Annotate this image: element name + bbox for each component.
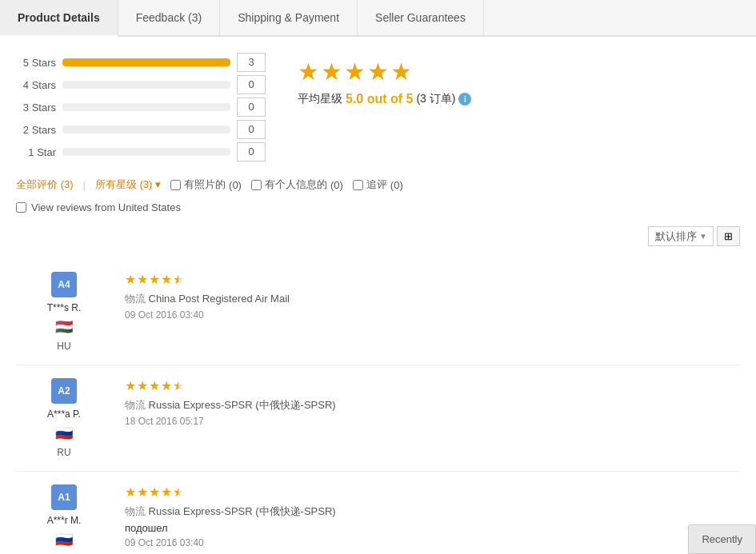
avatar: A2 (51, 378, 77, 404)
bar-container (62, 103, 230, 111)
star-icon: ★ (161, 484, 172, 500)
shipping-info: 物流 Russia Express-SPSR (中俄快递-SPSR) (125, 504, 740, 519)
view-from-us-label: View reviews from United States (31, 201, 181, 213)
filter-all[interactable]: 全部评价 (3) (16, 177, 74, 192)
review-stars: ★★★★ ★ ★ (125, 272, 740, 287)
bar-fill (62, 58, 230, 66)
shipping-label: 物流 (125, 505, 146, 517)
half-star-icon: ★ ★ (173, 378, 184, 393)
filter-personal-checkbox[interactable] (251, 180, 262, 190)
reviewer-info: A4 T***s R. 🇭🇺 HU (16, 272, 112, 352)
stars-summary: ★ ★ ★ ★ ★ 平均星级 5.0 out of 5 (3 订单) i (298, 53, 471, 106)
tab-product-details[interactable]: Product Details (0, 0, 118, 37)
rating-label: 4 Stars (16, 79, 56, 91)
star-icon: ★ (161, 378, 172, 393)
filter-followup[interactable]: 追评(0) (353, 177, 403, 192)
view-from-us-checkbox[interactable] (16, 202, 26, 213)
tab-feedback[interactable]: Feedback (3) (118, 0, 220, 35)
rating-label: 5 Stars (16, 57, 56, 69)
rating-label: 3 Stars (16, 102, 56, 114)
avatar: A1 (51, 484, 77, 510)
filter-star[interactable]: 所有星级 (3) ▾ (95, 177, 161, 192)
filter-photo-checkbox[interactable] (170, 180, 181, 190)
bar-container (62, 81, 230, 89)
star-icon: ★ (125, 272, 136, 287)
reviewer-name: T***s R. (47, 302, 82, 313)
shipping-label: 物流 (125, 293, 146, 305)
avg-suffix: (3 订单) (416, 92, 455, 106)
avg-line: 平均星级 5.0 out of 5 (3 订单) i (298, 92, 471, 106)
sort-select[interactable]: 默认排序 (648, 226, 714, 246)
review-stars: ★★★★ ★ ★ (125, 484, 740, 500)
big-stars: ★ ★ ★ ★ ★ (298, 58, 471, 86)
country-flag: 🇷🇺 (55, 531, 73, 548)
shipping-info: 物流 Russia Express-SPSR (中俄快递-SPSR) (125, 398, 740, 413)
rating-row: 5 Stars 3 (16, 53, 266, 72)
star-icon: ★ (137, 272, 148, 287)
review-item: A1 A***r M. 🇷🇺 RU ★★★★ ★ ★ 物流 Russia Exp… (16, 472, 740, 554)
star-icon: ★ (125, 484, 136, 500)
half-star-icon: ★ ★ (173, 272, 184, 287)
shipping-label: 物流 (125, 399, 146, 411)
star-icon: ★ (137, 378, 148, 393)
review-date: 18 Oct 2016 05:17 (125, 416, 740, 427)
half-star-icon: ★ ★ (173, 484, 184, 500)
review-body: ★★★★ ★ ★ 物流 China Post Registered Air Ma… (125, 272, 740, 352)
big-star-2: ★ (321, 58, 342, 86)
country-code: RU (57, 447, 70, 458)
star-icon: ★ (137, 484, 148, 500)
reviewer-info: A2 A***a P. 🇷🇺 RU (16, 378, 112, 458)
avg-label: 平均星级 (298, 92, 342, 106)
rating-label: 2 Stars (16, 124, 56, 136)
reviewer-name: A***a P. (47, 409, 81, 420)
big-star-4: ★ (367, 58, 389, 86)
rating-bars: 5 Stars 3 4 Stars 0 3 Stars 0 2 Stars 0 … (16, 53, 266, 161)
filter-bar: 全部评价 (3) | 所有星级 (3) ▾ 有照片的(0) 有个人信息的(0) … (16, 177, 740, 192)
star-icon: ★ (149, 378, 160, 393)
star-icon: ★ (161, 272, 172, 287)
review-stars: ★★★★ ★ ★ (125, 378, 740, 393)
rating-count: 3 (237, 53, 266, 72)
avatar: A4 (51, 272, 77, 297)
filter-photo[interactable]: 有照片的(0) (170, 177, 242, 192)
bar-container (62, 126, 230, 134)
rating-section: 5 Stars 3 4 Stars 0 3 Stars 0 2 Stars 0 … (16, 53, 740, 161)
recently-button[interactable]: Recently (688, 524, 756, 554)
country-code: HU (57, 341, 70, 352)
country-flag: 🇷🇺 (55, 424, 73, 442)
star-icon: ★ (149, 272, 160, 287)
review-body: ★★★★ ★ ★ 物流 Russia Express-SPSR (中俄快递-SP… (125, 484, 740, 554)
filter-personal[interactable]: 有个人信息的(0) (251, 177, 343, 192)
tab-seller[interactable]: Seller Guarantees (358, 0, 484, 35)
rating-row: 3 Stars 0 (16, 98, 266, 117)
rating-row: 4 Stars 0 (16, 75, 266, 94)
star-icon: ★ (149, 484, 160, 500)
info-icon[interactable]: i (458, 93, 471, 106)
sort-wrapper: 默认排序 (648, 226, 714, 246)
tabs-bar: Product Details Feedback (3) Shipping & … (0, 0, 756, 37)
sort-icon-btn[interactable]: ⊞ (717, 226, 740, 246)
rating-count: 0 (237, 75, 266, 94)
review-text: подошел (125, 522, 740, 534)
bar-container (62, 148, 230, 156)
rating-row: 1 Star 0 (16, 142, 266, 161)
view-from-us: View reviews from United States (16, 201, 740, 213)
tab-shipping[interactable]: Shipping & Payment (220, 0, 358, 35)
reviewer-name: A***r M. (47, 515, 82, 526)
review-item: A2 A***a P. 🇷🇺 RU ★★★★ ★ ★ 物流 Russia Exp… (16, 365, 740, 472)
rating-label: 1 Star (16, 146, 56, 158)
filter-followup-checkbox[interactable] (353, 180, 363, 190)
review-date: 09 Oct 2016 03:40 (125, 537, 740, 548)
review-list: A4 T***s R. 🇭🇺 HU ★★★★ ★ ★ 物流 China Post… (16, 259, 740, 554)
star-icon: ★ (125, 378, 136, 393)
country-flag: 🇭🇺 (55, 318, 73, 336)
rating-count: 0 (237, 120, 266, 139)
review-date: 09 Oct 2016 03:40 (125, 309, 740, 321)
reviewer-info: A1 A***r M. 🇷🇺 RU (16, 484, 112, 554)
sort-bar: 默认排序 ⊞ (16, 226, 740, 246)
rating-row: 2 Stars 0 (16, 120, 266, 139)
rating-count: 0 (237, 98, 266, 117)
big-star-5: ★ (390, 58, 412, 86)
review-item: A4 T***s R. 🇭🇺 HU ★★★★ ★ ★ 物流 China Post… (16, 259, 740, 365)
rating-count: 0 (237, 142, 266, 161)
